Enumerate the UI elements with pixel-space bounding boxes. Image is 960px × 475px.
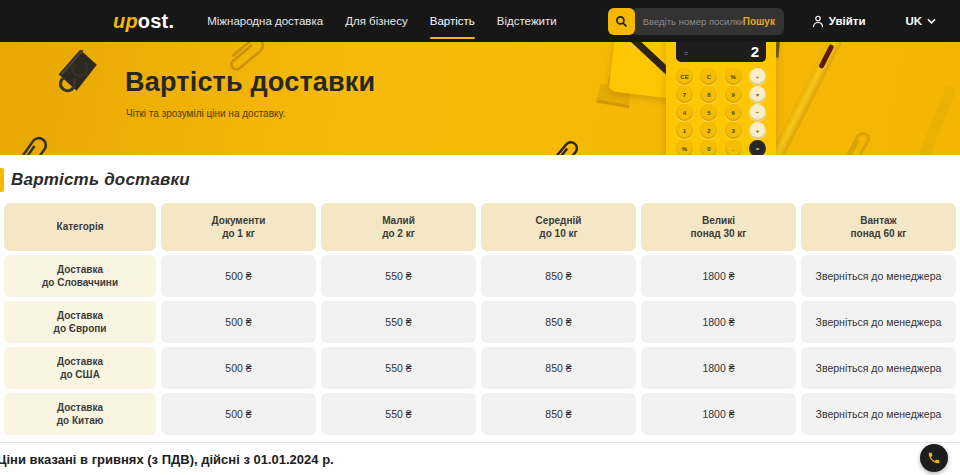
- calculator-equals-indicator: =: [684, 50, 688, 57]
- table-row: Доставка до Китаю 500 ₴ 550 ₴ 850 ₴ 1800…: [4, 393, 956, 435]
- page-title: Вартість доставки: [125, 67, 375, 98]
- logo-mark: up: [113, 10, 138, 32]
- accent-bar: [0, 168, 4, 192]
- header-line: понад 30 кг: [691, 227, 747, 241]
- phone-icon: [927, 451, 941, 465]
- header-line: Великі: [702, 214, 735, 228]
- price-cell: 550 ₴: [321, 255, 476, 297]
- calc-key: −: [749, 104, 766, 121]
- paper-clip-icon: [828, 121, 886, 155]
- price-cell: Зверніться до менеджера: [801, 255, 956, 297]
- nav-item-tracking[interactable]: Відстежити: [486, 0, 568, 42]
- calc-key: 1: [676, 122, 693, 139]
- binder-clip-icon: [42, 42, 114, 109]
- price-cell: 850 ₴: [481, 347, 636, 389]
- calc-key: C: [700, 68, 717, 85]
- column-header-medium: Середній до 10 кг: [481, 203, 636, 251]
- column-header-category: Категорія: [4, 203, 156, 251]
- price-cell: 1800 ₴: [641, 255, 796, 297]
- calculator-display: 1+1 = 2: [676, 42, 766, 62]
- chevron-down-icon: [927, 18, 936, 24]
- language-value: UK: [905, 15, 922, 27]
- header-line: Середній: [536, 214, 582, 228]
- calc-key: 5: [700, 104, 717, 121]
- calculator-decoration: 1+1 = 2 CE C % ÷ 7 8 9 × 4 5 6 − 1 2 3 +…: [666, 42, 776, 155]
- search-icon: [615, 15, 628, 28]
- row-label-line: Доставка: [57, 355, 103, 369]
- table-row: Доставка до Словаччини 500 ₴ 550 ₴ 850 ₴…: [4, 255, 956, 297]
- row-label-slovakia: Доставка до Словаччини: [4, 255, 156, 297]
- page-subtitle: Чіткі та зрозумілі ціни на доставку.: [126, 108, 285, 119]
- header-line: Документи: [212, 214, 266, 228]
- price-cell: Зверніться до менеджера: [801, 347, 956, 389]
- row-label-line: Доставка: [57, 401, 103, 415]
- header-line: Вантаж: [860, 214, 896, 228]
- price-cell: 550 ₴: [321, 301, 476, 343]
- row-label-line: до США: [60, 368, 100, 382]
- header-line: до 1 кг: [222, 227, 255, 241]
- column-header-small: Малий до 2 кг: [321, 203, 476, 251]
- price-cell: 500 ₴: [161, 393, 316, 435]
- calc-key: =: [749, 140, 766, 155]
- calc-key: 0: [700, 140, 717, 155]
- calc-key: 4: [676, 104, 693, 121]
- price-cell: 850 ₴: [481, 301, 636, 343]
- table-header-row: Категорія Документи до 1 кг Малий до 2 к…: [4, 203, 956, 251]
- column-header-large: Великі понад 30 кг: [641, 203, 796, 251]
- nav-item-international[interactable]: Міжнародна доставка: [196, 0, 334, 42]
- header-line: понад 60 кг: [851, 227, 907, 241]
- price-cell: 1800 ₴: [641, 301, 796, 343]
- row-label-europe: Доставка до Європи: [4, 301, 156, 343]
- price-cell: Зверніться до менеджера: [801, 393, 956, 435]
- price-cell: 500 ₴: [161, 255, 316, 297]
- search-button[interactable]: [608, 8, 635, 35]
- header-line: до 10 кг: [539, 227, 577, 241]
- row-label-line: до Європи: [54, 322, 107, 336]
- nav-item-business[interactable]: Для бізнесу: [334, 0, 419, 42]
- top-navbar: upost. Міжнародна доставка Для бізнесу В…: [0, 0, 960, 42]
- calc-key: 9: [725, 86, 742, 103]
- row-label-line: до Китаю: [57, 414, 103, 428]
- header-line: Категорія: [56, 220, 103, 234]
- row-label-line: Доставка: [57, 263, 103, 277]
- calc-key: CE: [676, 68, 693, 85]
- calc-key: 7: [676, 86, 693, 103]
- calc-key: 8: [700, 86, 717, 103]
- footer: Ціни вказані в гривнях (з ПДВ), дійсні з…: [0, 442, 960, 475]
- calc-key: 6: [725, 104, 742, 121]
- row-label-line: до Словаччини: [42, 276, 118, 290]
- table-row: Доставка до США 500 ₴ 550 ₴ 850 ₴ 1800 ₴…: [4, 347, 956, 389]
- price-cell: 500 ₴: [161, 301, 316, 343]
- row-label-line: Доставка: [57, 309, 103, 323]
- tracking-search: Пошук: [608, 8, 784, 35]
- login-button[interactable]: Увійти: [812, 15, 866, 28]
- price-cell: 550 ₴: [321, 393, 476, 435]
- search-submit-label[interactable]: Пошук: [743, 16, 775, 27]
- calc-key: %: [725, 68, 742, 85]
- price-cell: 850 ₴: [481, 255, 636, 297]
- price-cell: 850 ₴: [481, 393, 636, 435]
- price-cell: Зверніться до менеджера: [801, 301, 956, 343]
- calc-key: +: [749, 122, 766, 139]
- paper-clip-icon: [538, 133, 588, 155]
- calc-key: ×: [749, 86, 766, 103]
- main-nav: Міжнародна доставка Для бізнесу Вартість…: [196, 0, 568, 42]
- search-input-container: Пошук: [631, 8, 784, 35]
- call-button[interactable]: [920, 444, 948, 472]
- language-selector[interactable]: UK: [905, 15, 936, 27]
- header-line: до 2 кг: [382, 227, 415, 241]
- hero-banner: 1+1 = 2 CE C % ÷ 7 8 9 × 4 5 6 − 1 2 3 +…: [0, 42, 960, 155]
- price-cell: 500 ₴: [161, 347, 316, 389]
- search-input[interactable]: [643, 16, 743, 27]
- price-cell: 1800 ₴: [641, 393, 796, 435]
- price-cell: 550 ₴: [321, 347, 476, 389]
- calc-key: 2: [700, 122, 717, 139]
- pencil-decoration: [898, 85, 957, 155]
- calc-key: .: [725, 140, 742, 155]
- logo[interactable]: upost.: [113, 10, 174, 33]
- nav-item-pricing[interactable]: Вартість: [419, 0, 486, 42]
- calc-key: %: [676, 140, 693, 155]
- price-table: Категорія Документи до 1 кг Малий до 2 к…: [4, 203, 956, 435]
- column-header-freight: Вантаж понад 60 кг: [801, 203, 956, 251]
- paper-clip-icon: [3, 129, 58, 155]
